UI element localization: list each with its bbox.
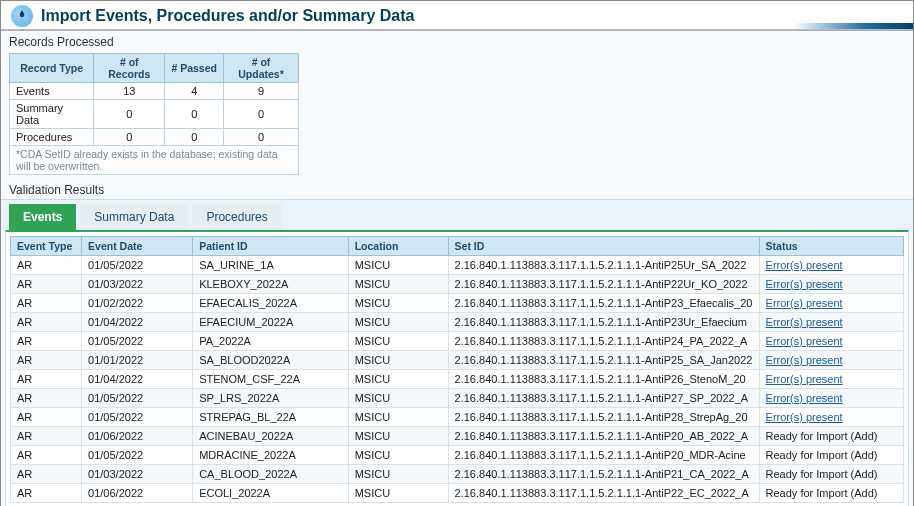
cell-status: Error(s) present [759, 370, 903, 389]
cell-location: MSICU [348, 408, 448, 427]
cell-location: MSICU [348, 313, 448, 332]
cell-patient-id: SA_URINE_1A [193, 256, 348, 275]
cell-status: Ready for Import (Add) [759, 484, 903, 503]
validation-panel: Event Type Event Date Patient ID Locatio… [5, 230, 909, 506]
validation-row: AR01/06/2022ECOLI_2022AMSICU2.16.840.1.1… [11, 484, 904, 503]
cell-patient-id: PA_2022A [193, 332, 348, 351]
cell-event-date: 01/06/2022 [82, 427, 193, 446]
records-row: Events1349 [10, 83, 299, 100]
cell-set-id: 2.16.840.1.113883.3.117.1.1.5.2.1.1.1-An… [448, 484, 759, 503]
cell-patient-id: MDRACINE_2022A [193, 446, 348, 465]
val-col-location[interactable]: Location [348, 237, 448, 256]
status-link[interactable]: Error(s) present [766, 297, 843, 309]
cell-event-type: AR [11, 484, 82, 503]
cell-event-type: AR [11, 446, 82, 465]
val-col-status[interactable]: Status [759, 237, 903, 256]
records-heading: Records Processed [1, 31, 913, 51]
status-link[interactable]: Error(s) present [766, 335, 843, 347]
cell-set-id: 2.16.840.1.113883.3.117.1.1.5.2.1.1.1-An… [448, 408, 759, 427]
records-row: Procedures000 [10, 129, 299, 146]
records-col-header: # of Records [94, 54, 165, 83]
validation-row: AR01/04/2022EFAECIUM_2022AMSICU2.16.840.… [11, 313, 904, 332]
cell-set-id: 2.16.840.1.113883.3.117.1.1.5.2.1.1.1-An… [448, 370, 759, 389]
status-link[interactable]: Error(s) present [766, 411, 843, 423]
cell-patient-id: STENOM_CSF_22A [193, 370, 348, 389]
cell-event-date: 01/04/2022 [82, 370, 193, 389]
cell-location: MSICU [348, 484, 448, 503]
app-window: Import Events, Procedures and/or Summary… [0, 0, 914, 506]
cell-patient-id: CA_BLOOD_2022A [193, 465, 348, 484]
val-col-event-type[interactable]: Event Type [11, 237, 82, 256]
records-cell: 0 [165, 100, 224, 129]
cell-patient-id: EFAECIUM_2022A [193, 313, 348, 332]
validation-row: AR01/01/2022SA_BLOOD2022AMSICU2.16.840.1… [11, 351, 904, 370]
cell-status: Ready for Import (Add) [759, 465, 903, 484]
status-link[interactable]: Error(s) present [766, 259, 843, 271]
cell-location: MSICU [348, 389, 448, 408]
records-cell: Summary Data [10, 100, 94, 129]
records-cell: 9 [224, 83, 299, 100]
cell-event-type: AR [11, 389, 82, 408]
status-link[interactable]: Error(s) present [766, 354, 843, 366]
tab-procedures[interactable]: Procedures [192, 204, 281, 230]
records-cell: Procedures [10, 129, 94, 146]
val-col-event-date[interactable]: Event Date [82, 237, 193, 256]
cell-status: Ready for Import (Add) [759, 427, 903, 446]
cell-location: MSICU [348, 465, 448, 484]
cell-status: Error(s) present [759, 351, 903, 370]
status-link[interactable]: Error(s) present [766, 392, 843, 404]
val-col-set-id[interactable]: Set ID [448, 237, 759, 256]
cell-location: MSICU [348, 370, 448, 389]
tab-summary-data[interactable]: Summary Data [80, 204, 188, 230]
val-col-patient-id[interactable]: Patient ID [193, 237, 348, 256]
validation-row: AR01/02/2022EFAECALIS_2022AMSICU2.16.840… [11, 294, 904, 313]
validation-heading: Validation Results [1, 179, 913, 199]
header-bar: Import Events, Procedures and/or Summary… [1, 1, 913, 30]
cell-event-type: AR [11, 465, 82, 484]
cell-location: MSICU [348, 427, 448, 446]
cell-set-id: 2.16.840.1.113883.3.117.1.1.5.2.1.1.1-An… [448, 351, 759, 370]
cell-location: MSICU [348, 256, 448, 275]
records-cell: 0 [94, 129, 165, 146]
cell-patient-id: ACINEBAU_2022A [193, 427, 348, 446]
cell-event-date: 01/05/2022 [82, 256, 193, 275]
records-cell: 13 [94, 83, 165, 100]
cell-event-type: AR [11, 256, 82, 275]
records-cell: 4 [165, 83, 224, 100]
cell-event-date: 01/05/2022 [82, 332, 193, 351]
main-content: Records Processed Record Type # of Recor… [1, 30, 913, 506]
cell-set-id: 2.16.840.1.113883.3.117.1.1.5.2.1.1.1-An… [448, 275, 759, 294]
status-link[interactable]: Error(s) present [766, 316, 843, 328]
cell-patient-id: STREPAG_BL_22A [193, 408, 348, 427]
cell-status: Error(s) present [759, 275, 903, 294]
cell-status: Error(s) present [759, 256, 903, 275]
cell-patient-id: KLEBOXY_2022A [193, 275, 348, 294]
cell-location: MSICU [348, 351, 448, 370]
status-link[interactable]: Error(s) present [766, 278, 843, 290]
records-footnote: *CDA SetID already exists in the databas… [10, 146, 299, 175]
cell-event-date: 01/01/2022 [82, 351, 193, 370]
validation-row: AR01/05/2022PA_2022AMSICU2.16.840.1.1138… [11, 332, 904, 351]
cell-location: MSICU [348, 275, 448, 294]
tab-events[interactable]: Events [9, 204, 76, 230]
cell-set-id: 2.16.840.1.113883.3.117.1.1.5.2.1.1.1-An… [448, 446, 759, 465]
validation-row: AR01/05/2022STREPAG_BL_22AMSICU2.16.840.… [11, 408, 904, 427]
cell-event-date: 01/03/2022 [82, 275, 193, 294]
cell-event-type: AR [11, 294, 82, 313]
cell-event-type: AR [11, 332, 82, 351]
validation-row: AR01/03/2022KLEBOXY_2022AMSICU2.16.840.1… [11, 275, 904, 294]
cell-event-date: 01/04/2022 [82, 313, 193, 332]
page-title: Import Events, Procedures and/or Summary… [41, 7, 414, 25]
cell-patient-id: SA_BLOOD2022A [193, 351, 348, 370]
cell-set-id: 2.16.840.1.113883.3.117.1.1.5.2.1.1.1-An… [448, 427, 759, 446]
cell-event-date: 01/05/2022 [82, 408, 193, 427]
cell-event-type: AR [11, 351, 82, 370]
records-col-header: # Passed [165, 54, 224, 83]
cell-event-type: AR [11, 408, 82, 427]
validation-row: AR01/05/2022SP_LRS_2022AMSICU2.16.840.1.… [11, 389, 904, 408]
validation-row: AR01/06/2022ACINEBAU_2022AMSICU2.16.840.… [11, 427, 904, 446]
records-processed-table: Record Type # of Records # Passed # of U… [9, 53, 299, 175]
cell-set-id: 2.16.840.1.113883.3.117.1.1.5.2.1.1.1-An… [448, 332, 759, 351]
status-link[interactable]: Error(s) present [766, 373, 843, 385]
records-cell: 0 [165, 129, 224, 146]
